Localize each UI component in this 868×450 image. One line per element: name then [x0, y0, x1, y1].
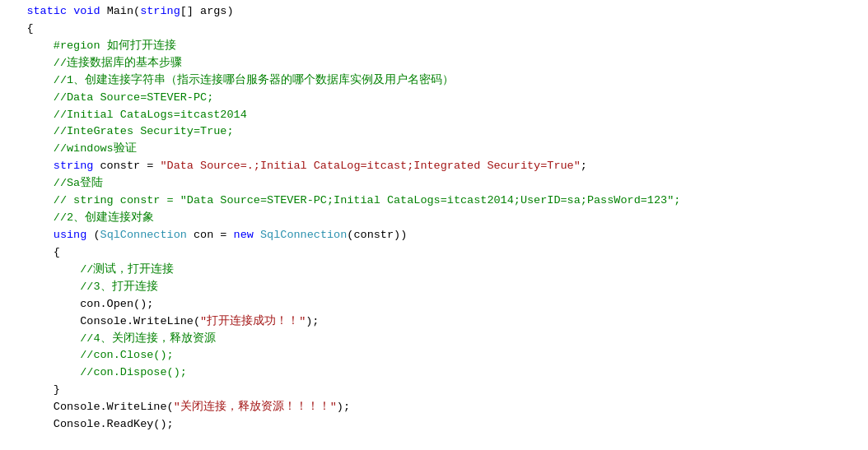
- code-editor: static void Main(string[] args) { #regio…: [0, 0, 868, 450]
- code-line: //Data Source=STEVER-PC;: [0, 90, 868, 107]
- code-line: {: [0, 244, 868, 262]
- code-line: //4、关闭连接，释放资源: [0, 331, 868, 348]
- code-line: Console.WriteLine("关闭连接，释放资源！！！！");: [0, 399, 868, 416]
- code-line: Console.WriteLine("打开连接成功！！");: [0, 313, 868, 331]
- code-line: #region 如何打开连接: [0, 38, 868, 55]
- code-line: //con.Close();: [0, 347, 868, 364]
- code-line: string constr = "Data Source=.;Initial C…: [0, 158, 868, 175]
- code-line: //1、创建连接字符串（指示连接哪台服务器的哪个数据库实例及用户名密码）: [0, 72, 868, 90]
- code-line: {: [0, 21, 868, 38]
- code-line: //Sa登陆: [0, 175, 868, 193]
- code-line: //连接数据库的基本步骤: [0, 55, 868, 72]
- code-line: static void Main(string[] args): [0, 3, 868, 21]
- code-line: Console.ReadKey();: [0, 416, 868, 434]
- code-line: //3、打开连接: [0, 279, 868, 296]
- code-line: using (SqlConnection con = new SqlConnec…: [0, 227, 868, 244]
- code-line: //Initial CataLogs=itcast2014: [0, 107, 868, 124]
- code-line: //InteGrates Security=True;: [0, 123, 868, 141]
- code-line: }: [0, 382, 868, 399]
- code-line: //con.Dispose();: [0, 364, 868, 382]
- code-line: //测试，打开连接: [0, 262, 868, 279]
- code-line: //windows验证: [0, 141, 868, 158]
- code-line: con.Open();: [0, 296, 868, 313]
- code-line: // string constr = "Data Source=STEVER-P…: [0, 193, 868, 210]
- code-line: //2、创建连接对象: [0, 210, 868, 227]
